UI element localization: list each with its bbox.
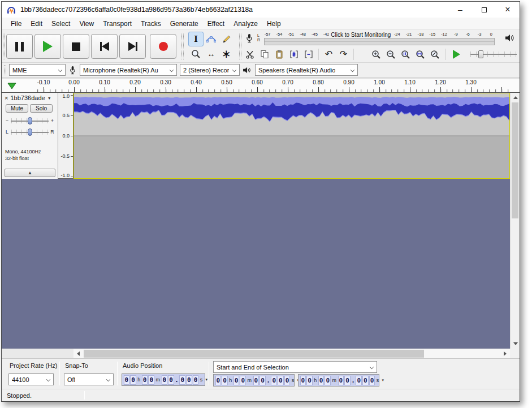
cut-button[interactable]	[243, 48, 257, 62]
time-digit[interactable]: 0	[179, 375, 185, 385]
scroll-up-arrow[interactable]	[511, 93, 520, 102]
draw-tool-button[interactable]	[219, 32, 234, 46]
zoom-tool-button[interactable]	[188, 46, 204, 61]
title-bar[interactable]: 1bb736dadecc7072396c6affa0c0fe938d1a986d…	[2, 2, 520, 18]
stop-button[interactable]	[63, 34, 89, 59]
skip-to-end-button[interactable]	[119, 34, 146, 59]
device-toolbar-grip[interactable]	[4, 65, 6, 75]
time-digit[interactable]: 0	[259, 376, 266, 385]
menu-help[interactable]: Help	[262, 18, 286, 29]
zoom-toggle-button[interactable]	[428, 48, 442, 62]
menu-file[interactable]: File	[6, 18, 26, 29]
time-digit[interactable]: .	[175, 376, 179, 384]
vertical-scrollbar[interactable]	[510, 93, 520, 349]
time-digit[interactable]: 0	[356, 376, 362, 385]
close-button[interactable]: ×	[496, 2, 520, 18]
scroll-down-arrow[interactable]	[511, 339, 520, 349]
time-digit[interactable]: 0	[124, 375, 130, 385]
solo-button[interactable]: Solo	[30, 104, 53, 113]
playback-meter-speaker-icon[interactable]	[505, 33, 516, 45]
horizontal-scrollbar[interactable]	[73, 349, 510, 358]
fit-selection-button[interactable]	[399, 48, 413, 62]
selection-tool-button[interactable]: I	[188, 32, 204, 46]
recording-meter[interactable]: -57-54-51-48-45-42-39-36-33-30-27-24-21-…	[264, 32, 495, 46]
time-dropdown-arrow[interactable]: ▼	[380, 379, 384, 382]
selection-start-display[interactable]: 00h00m00.000s▼	[213, 374, 295, 386]
pause-button[interactable]	[6, 34, 33, 59]
redo-button[interactable]: ↷	[336, 48, 351, 62]
time-digit[interactable]: 0	[318, 376, 325, 385]
time-digit[interactable]: .	[351, 377, 355, 384]
menu-analyze[interactable]: Analyze	[229, 18, 262, 29]
gain-slider-thumb[interactable]	[28, 117, 32, 124]
track-menu-caret-icon[interactable]: ▼	[47, 96, 51, 100]
time-digit[interactable]: 0	[215, 376, 222, 385]
silence-audio-button[interactable]	[301, 48, 315, 62]
maximize-button[interactable]	[472, 2, 496, 18]
zoom-out-button[interactable]	[384, 48, 398, 62]
mute-button[interactable]: Mute	[6, 104, 28, 113]
time-digit[interactable]: 0	[338, 376, 344, 385]
project-rate-select[interactable]: 44100	[8, 373, 54, 385]
playback-device-select[interactable]: Speakers (Realtek(R) Audio	[255, 64, 358, 76]
speed-slider-thumb[interactable]	[478, 50, 483, 58]
trim-audio-button[interactable]	[287, 48, 301, 62]
time-digit[interactable]: 0	[233, 376, 240, 385]
time-digit[interactable]: 0	[253, 376, 259, 385]
time-digit[interactable]: .	[266, 377, 270, 384]
undo-button[interactable]: ↶	[322, 48, 336, 62]
vertical-scroll-thumb[interactable]	[512, 102, 518, 218]
track-canvas[interactable]: × 1bb736dade ▼ Mute Solo − + L R	[2, 93, 520, 349]
play-button[interactable]	[34, 34, 61, 59]
waveform-display[interactable]	[73, 93, 510, 179]
recording-channels-select[interactable]: 2 (Stereo) Recor	[180, 64, 240, 76]
gain-slider[interactable]	[11, 116, 49, 125]
paste-button[interactable]	[272, 48, 286, 62]
time-digit[interactable]: 0	[300, 376, 306, 385]
fit-project-button[interactable]	[413, 48, 427, 62]
meter-toolbar-grip[interactable]	[239, 33, 241, 59]
track-collapse-button[interactable]: ▲	[5, 169, 55, 177]
menu-select[interactable]: Select	[47, 18, 75, 29]
menu-edit[interactable]: Edit	[26, 18, 47, 29]
snap-to-select[interactable]: Off	[64, 373, 114, 385]
meter-message[interactable]: Click to Start Monitoring	[329, 32, 392, 38]
time-digit[interactable]: 0	[130, 375, 136, 385]
menu-tracks[interactable]: Tracks	[136, 18, 166, 29]
time-digit[interactable]: 0	[369, 376, 375, 385]
time-digit[interactable]: 0	[142, 375, 148, 385]
time-digit[interactable]: 0	[193, 375, 199, 385]
time-digit[interactable]: 0	[186, 375, 192, 385]
multi-tool-button[interactable]: ∗	[219, 46, 234, 61]
time-digit[interactable]: 0	[240, 376, 246, 385]
minimize-button[interactable]: –	[448, 2, 472, 18]
time-digit[interactable]: 0	[168, 375, 174, 385]
time-digit[interactable]: 0	[284, 376, 291, 385]
time-digit[interactable]: 0	[148, 375, 154, 385]
play-at-speed-button[interactable]	[448, 48, 464, 62]
time-digit[interactable]: 0	[162, 375, 168, 385]
scroll-left-arrow[interactable]	[73, 349, 83, 358]
menu-view[interactable]: View	[75, 18, 98, 29]
playback-speed-slider[interactable]	[469, 50, 518, 59]
recording-device-select[interactable]: Microphone (Realtek(R) Au	[80, 64, 177, 76]
pan-slider-thumb[interactable]	[28, 128, 32, 136]
selection-end-display[interactable]: 00h00m00.000s▼	[298, 374, 379, 386]
time-digit[interactable]: 0	[344, 376, 351, 385]
pan-slider[interactable]	[11, 127, 49, 136]
audio-position-display[interactable]: 00h00m00.000s▼	[122, 373, 205, 386]
timeline-pointer-icon[interactable]	[7, 81, 16, 92]
time-digit[interactable]: 0	[278, 376, 284, 385]
time-shift-tool-button[interactable]: ↔	[204, 46, 219, 61]
skip-to-start-button[interactable]	[91, 34, 118, 59]
timeline-ruler[interactable]: -0.100.000.100.200.300.400.500.600.700.8…	[2, 78, 520, 93]
audio-host-select[interactable]: MME	[9, 64, 66, 76]
copy-button[interactable]	[257, 48, 271, 62]
zoom-in-button[interactable]	[369, 48, 383, 62]
transport-toolbar-grip[interactable]	[3, 33, 5, 59]
track-close-button[interactable]: ×	[5, 95, 8, 101]
menu-effect[interactable]: Effect	[203, 18, 229, 29]
tools-toolbar-grip[interactable]	[181, 33, 184, 59]
envelope-tool-button[interactable]	[204, 32, 219, 46]
vertical-ruler[interactable]: 1.00.50.0-0.5-1.0	[58, 93, 73, 178]
